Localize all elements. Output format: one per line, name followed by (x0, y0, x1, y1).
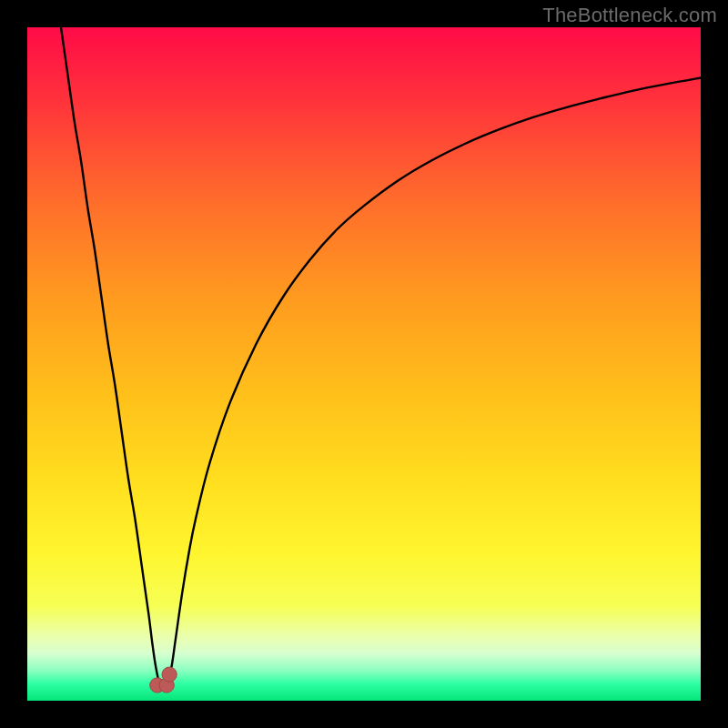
gradient-background (27, 27, 701, 701)
notch-marker (162, 667, 177, 682)
plot-area (27, 27, 701, 701)
plot-svg (27, 27, 701, 701)
watermark-text: TheBottleneck.com (542, 4, 717, 27)
outer-frame: TheBottleneck.com (0, 0, 728, 728)
